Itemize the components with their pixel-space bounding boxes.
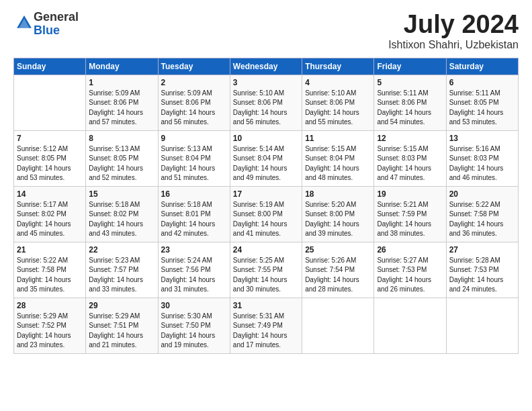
week-row-2: 7Sunrise: 5:12 AMSunset: 8:05 PMDaylight…	[14, 130, 519, 186]
day-number: 6	[449, 78, 515, 87]
weekday-header-row: SundayMondayTuesdayWednesdayThursdayFrid…	[14, 58, 519, 75]
logo-icon	[15, 13, 34, 32]
weekday-header-wednesday: Wednesday	[230, 58, 302, 75]
logo-general-text: General	[34, 10, 79, 24]
day-number: 23	[161, 245, 227, 255]
day-cell: 19Sunrise: 5:21 AMSunset: 7:59 PMDayligh…	[374, 186, 446, 242]
week-row-1: 1Sunrise: 5:09 AMSunset: 8:06 PMDaylight…	[14, 75, 519, 130]
day-number: 9	[161, 134, 227, 143]
day-cell: 12Sunrise: 5:15 AMSunset: 8:03 PMDayligh…	[374, 130, 446, 186]
day-info: Sunrise: 5:09 AMSunset: 8:06 PMDaylight:…	[89, 89, 154, 128]
day-info: Sunrise: 5:30 AMSunset: 7:50 PMDaylight:…	[161, 312, 227, 351]
day-cell: 3Sunrise: 5:10 AMSunset: 8:06 PMDaylight…	[230, 75, 302, 130]
day-cell: 14Sunrise: 5:17 AMSunset: 8:02 PMDayligh…	[14, 186, 86, 242]
day-cell: 1Sunrise: 5:09 AMSunset: 8:06 PMDaylight…	[86, 75, 158, 130]
day-cell: 21Sunrise: 5:22 AMSunset: 7:58 PMDayligh…	[14, 242, 86, 298]
day-cell: 8Sunrise: 5:13 AMSunset: 8:05 PMDaylight…	[86, 130, 158, 186]
day-number: 5	[377, 78, 443, 87]
day-number: 13	[449, 134, 515, 143]
day-cell: 20Sunrise: 5:22 AMSunset: 7:58 PMDayligh…	[446, 186, 518, 242]
day-number: 19	[377, 189, 443, 199]
day-info: Sunrise: 5:18 AMSunset: 8:02 PMDaylight:…	[89, 200, 154, 239]
day-info: Sunrise: 5:10 AMSunset: 8:06 PMDaylight:…	[233, 89, 299, 128]
header: General Blue July 2024 Ishtixon Shahri, …	[13, 11, 519, 51]
calendar-table: SundayMondayTuesdayWednesdayThursdayFrid…	[13, 58, 519, 354]
day-cell: 13Sunrise: 5:16 AMSunset: 8:03 PMDayligh…	[446, 130, 518, 186]
day-cell: 5Sunrise: 5:11 AMSunset: 8:06 PMDaylight…	[374, 75, 446, 130]
day-info: Sunrise: 5:16 AMSunset: 8:03 PMDaylight:…	[449, 144, 515, 183]
day-number: 17	[233, 189, 299, 199]
day-number: 3	[233, 78, 299, 87]
day-cell: 10Sunrise: 5:14 AMSunset: 8:04 PMDayligh…	[230, 130, 302, 186]
logo: General Blue	[13, 11, 79, 38]
day-cell: 26Sunrise: 5:27 AMSunset: 7:53 PMDayligh…	[374, 242, 446, 298]
day-info: Sunrise: 5:29 AMSunset: 7:52 PMDaylight:…	[17, 312, 83, 351]
day-info: Sunrise: 5:25 AMSunset: 7:55 PMDaylight:…	[233, 256, 299, 295]
day-info: Sunrise: 5:27 AMSunset: 7:53 PMDaylight:…	[377, 256, 443, 295]
day-cell: 25Sunrise: 5:26 AMSunset: 7:54 PMDayligh…	[302, 242, 374, 298]
day-info: Sunrise: 5:19 AMSunset: 8:00 PMDaylight:…	[233, 200, 299, 239]
day-info: Sunrise: 5:29 AMSunset: 7:51 PMDaylight:…	[89, 312, 154, 351]
day-number: 16	[161, 189, 227, 199]
day-info: Sunrise: 5:11 AMSunset: 8:06 PMDaylight:…	[377, 89, 443, 128]
day-info: Sunrise: 5:09 AMSunset: 8:06 PMDaylight:…	[161, 89, 227, 128]
title-block: July 2024 Ishtixon Shahri, Uzbekistan	[388, 11, 519, 51]
day-cell: 9Sunrise: 5:13 AMSunset: 8:04 PMDaylight…	[158, 130, 230, 186]
day-number: 14	[17, 189, 83, 199]
day-cell: 17Sunrise: 5:19 AMSunset: 8:00 PMDayligh…	[230, 186, 302, 242]
weekday-header-saturday: Saturday	[446, 58, 518, 75]
day-info: Sunrise: 5:15 AMSunset: 8:03 PMDaylight:…	[377, 144, 443, 183]
day-number: 22	[89, 245, 154, 255]
day-number: 1	[89, 78, 154, 87]
day-cell: 2Sunrise: 5:09 AMSunset: 8:06 PMDaylight…	[158, 75, 230, 130]
day-number: 25	[305, 245, 371, 255]
week-row-3: 14Sunrise: 5:17 AMSunset: 8:02 PMDayligh…	[14, 186, 519, 242]
day-cell: 7Sunrise: 5:12 AMSunset: 8:05 PMDaylight…	[14, 130, 86, 186]
day-cell	[446, 298, 518, 353]
day-cell: 23Sunrise: 5:24 AMSunset: 7:56 PMDayligh…	[158, 242, 230, 298]
day-cell: 16Sunrise: 5:18 AMSunset: 8:01 PMDayligh…	[158, 186, 230, 242]
weekday-header-thursday: Thursday	[302, 58, 374, 75]
day-info: Sunrise: 5:18 AMSunset: 8:01 PMDaylight:…	[161, 200, 227, 239]
day-number: 26	[377, 245, 443, 255]
day-info: Sunrise: 5:13 AMSunset: 8:05 PMDaylight:…	[89, 144, 154, 183]
day-number: 31	[233, 301, 299, 310]
day-number: 27	[449, 245, 515, 255]
day-number: 8	[89, 134, 154, 143]
day-info: Sunrise: 5:20 AMSunset: 8:00 PMDaylight:…	[305, 200, 371, 239]
day-cell: 11Sunrise: 5:15 AMSunset: 8:04 PMDayligh…	[302, 130, 374, 186]
day-cell: 4Sunrise: 5:10 AMSunset: 8:06 PMDaylight…	[302, 75, 374, 130]
day-cell: 22Sunrise: 5:23 AMSunset: 7:57 PMDayligh…	[86, 242, 158, 298]
logo-blue-text: Blue	[34, 24, 60, 37]
day-number: 12	[377, 134, 443, 143]
weekday-header-monday: Monday	[86, 58, 158, 75]
day-info: Sunrise: 5:22 AMSunset: 7:58 PMDaylight:…	[17, 256, 83, 295]
day-cell: 24Sunrise: 5:25 AMSunset: 7:55 PMDayligh…	[230, 242, 302, 298]
day-number: 11	[305, 134, 371, 143]
day-number: 7	[17, 134, 83, 143]
weekday-header-friday: Friday	[374, 58, 446, 75]
day-cell: 30Sunrise: 5:30 AMSunset: 7:50 PMDayligh…	[158, 298, 230, 353]
day-info: Sunrise: 5:24 AMSunset: 7:56 PMDaylight:…	[161, 256, 227, 295]
day-number: 15	[89, 189, 154, 199]
day-number: 10	[233, 134, 299, 143]
day-cell: 15Sunrise: 5:18 AMSunset: 8:02 PMDayligh…	[86, 186, 158, 242]
day-cell: 18Sunrise: 5:20 AMSunset: 8:00 PMDayligh…	[302, 186, 374, 242]
title-location: Ishtixon Shahri, Uzbekistan	[388, 39, 519, 51]
day-cell: 6Sunrise: 5:11 AMSunset: 8:05 PMDaylight…	[446, 75, 518, 130]
day-info: Sunrise: 5:21 AMSunset: 7:59 PMDaylight:…	[377, 200, 443, 239]
day-info: Sunrise: 5:13 AMSunset: 8:04 PMDaylight:…	[161, 144, 227, 183]
day-info: Sunrise: 5:10 AMSunset: 8:06 PMDaylight:…	[305, 89, 371, 128]
day-cell: 28Sunrise: 5:29 AMSunset: 7:52 PMDayligh…	[14, 298, 86, 353]
day-info: Sunrise: 5:26 AMSunset: 7:54 PMDaylight:…	[305, 256, 371, 295]
weekday-header-sunday: Sunday	[14, 58, 86, 75]
day-number: 4	[305, 78, 371, 87]
day-info: Sunrise: 5:11 AMSunset: 8:05 PMDaylight:…	[449, 89, 515, 128]
day-info: Sunrise: 5:28 AMSunset: 7:53 PMDaylight:…	[449, 256, 515, 295]
day-number: 20	[449, 189, 515, 199]
day-info: Sunrise: 5:14 AMSunset: 8:04 PMDaylight:…	[233, 144, 299, 183]
day-cell: 29Sunrise: 5:29 AMSunset: 7:51 PMDayligh…	[86, 298, 158, 353]
day-info: Sunrise: 5:22 AMSunset: 7:58 PMDaylight:…	[449, 200, 515, 239]
week-row-4: 21Sunrise: 5:22 AMSunset: 7:58 PMDayligh…	[14, 242, 519, 298]
day-number: 28	[17, 301, 83, 310]
